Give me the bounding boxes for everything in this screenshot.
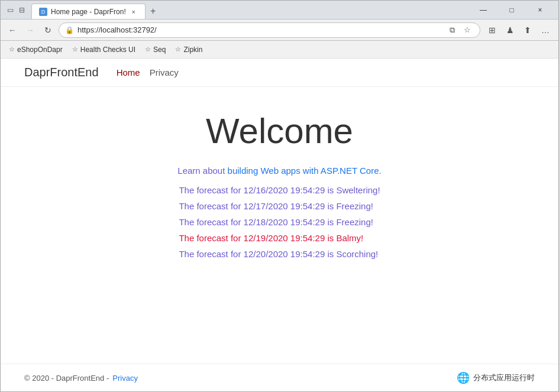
site-footer: © 2020 - DaprFrontEnd - Privacy 🌐 分布式应用运… [1,364,558,391]
bookmark-star-icon: ☆ [9,46,15,53]
forward-button[interactable]: → [23,23,37,37]
tab-close-button[interactable]: × [130,8,138,16]
new-tab-button[interactable]: + [146,4,161,19]
maximize-button[interactable]: □ [498,1,525,20]
footer-copyright: © 2020 - DaprFrontEnd - [24,374,109,383]
site-header: DaprFrontEnd Home Privacy [1,59,558,87]
more-menu-icon[interactable]: … [537,22,554,38]
bookmark-health-checks-ui-label: Health Checks UI [80,46,135,54]
bookmark-health-checks-ui[interactable]: ☆ Health Checks UI [69,44,139,56]
url-text: https://localhost:32792/ [77,25,442,34]
bookmark-star-icon-2: ☆ [72,46,78,53]
minimize-button[interactable]: — [470,1,497,20]
site-nav: Home Privacy [117,67,179,77]
nav-privacy[interactable]: Privacy [150,67,179,77]
tab-favicon: D [39,8,47,16]
window-menu-icon[interactable]: ▭ [5,5,15,15]
welcome-title: Welcome [206,111,353,151]
forecast-item-1: The forecast for 12/16/2020 19:54:29 is … [179,185,380,195]
tab-title: Home page - DaprFron! [51,8,126,16]
active-tab[interactable]: D Home page - DaprFron! × [31,4,146,19]
tab-bar: D Home page - DaprFron! × + [31,1,465,19]
bookmark-zipkin-label: Zipkin [183,46,202,54]
profile-icon[interactable]: ♟ [502,22,518,38]
main-content: Welcome Learn about building Web apps wi… [1,87,558,364]
site-brand: DaprFrontEnd [24,66,99,79]
close-button[interactable]: × [526,1,554,20]
forecast-item-3: The forecast for 12/18/2020 19:54:29 is … [179,217,380,227]
window-icon-2: ⊟ [17,5,27,15]
dapr-logo-icon: 🌐 [457,371,470,384]
subtitle-text: Learn about building Web apps with ASP.N… [177,166,381,176]
split-screen-icon[interactable]: ⧉ [445,24,458,37]
lock-icon: 🔒 [65,26,74,34]
url-bar[interactable]: 🔒 https://localhost:32792/ ⧉ ☆ [59,22,480,38]
bookmark-page-icon[interactable]: ☆ [461,24,474,37]
bookmark-star-icon-4: ☆ [175,46,181,53]
forecast-item-5: The forecast for 12/20/2020 19:54:29 is … [179,249,380,259]
collections-icon[interactable]: ⊞ [484,22,500,38]
bookmark-zipkin[interactable]: ☆ Zipkin [172,44,206,56]
footer-left: © 2020 - DaprFrontEnd - Privacy [24,374,138,383]
back-button[interactable]: ← [5,23,20,37]
browser-window: ▭ ⊟ D Home page - DaprFron! × + — □ × ← … [0,0,559,392]
footer-privacy-link[interactable]: Privacy [112,374,138,383]
footer-right-text: 分布式应用运行时 [473,372,535,383]
bookmark-eshopondapr-label: eShopOnDapr [17,46,63,54]
bookmark-star-icon-3: ☆ [145,46,151,53]
subtitle-link[interactable]: building Web apps with ASP.NET Core. [228,166,382,176]
nav-home[interactable]: Home [117,67,140,77]
subtitle-static: Learn about [177,166,227,176]
window-controls: — □ × [470,1,554,20]
forecast-item-2: The forecast for 12/17/2020 19:54:29 is … [179,201,380,211]
share-icon[interactable]: ⬆ [519,22,536,38]
bookmark-seq[interactable]: ☆ Seq [141,44,169,56]
bookmarks-bar: ☆ eShopOnDapr ☆ Health Checks UI ☆ Seq ☆… [1,41,558,59]
bookmark-seq-label: Seq [153,46,166,54]
toolbar-icons: ⊞ ♟ ⬆ … [484,22,554,38]
forecasts-container: The forecast for 12/16/2020 19:54:29 is … [179,185,380,265]
title-bar-system-icons: ▭ ⊟ [5,5,27,15]
url-action-icons: ⧉ ☆ [445,24,474,37]
bookmark-eshopondapr[interactable]: ☆ eShopOnDapr [5,44,66,56]
footer-right: 🌐 分布式应用运行时 [457,371,535,384]
page-content: DaprFrontEnd Home Privacy Welcome Learn … [1,59,558,391]
title-bar: ▭ ⊟ D Home page - DaprFron! × + — □ × [1,1,558,20]
forecast-item-4: The forecast for 12/19/2020 19:54:29 is … [179,233,380,243]
reload-button[interactable]: ↻ [41,23,55,37]
address-bar: ← → ↻ 🔒 https://localhost:32792/ ⧉ ☆ ⊞ ♟… [1,20,558,41]
